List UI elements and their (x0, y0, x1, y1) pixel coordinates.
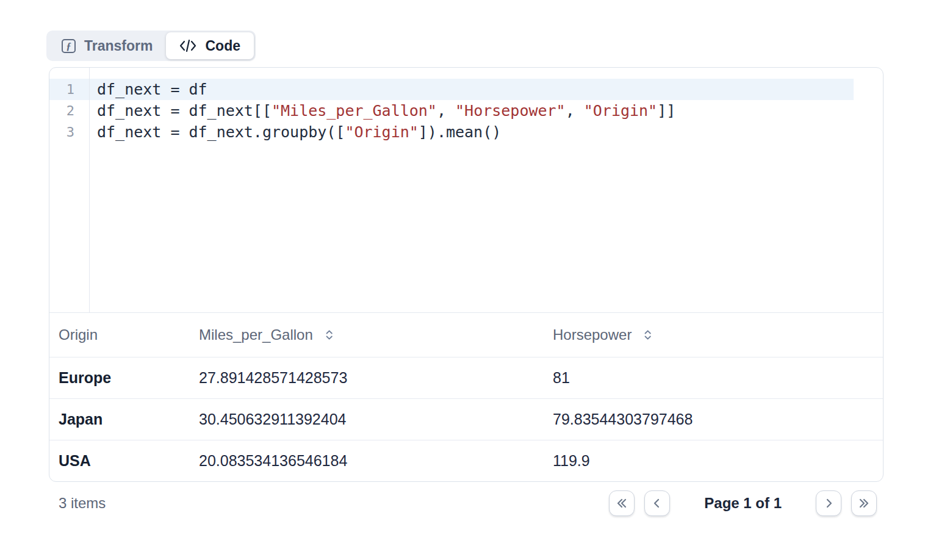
tab-transform-label: Transform (84, 38, 153, 54)
sort-icon[interactable] (644, 329, 656, 341)
row-index-cell: USA (49, 452, 190, 470)
line-number: 2 (49, 100, 89, 121)
line-number-gutter: 123 (49, 68, 90, 312)
items-count: 3 items (59, 495, 106, 512)
table-body: Europe27.89142857142857381Japan30.450632… (49, 357, 883, 481)
next-page-button[interactable] (816, 490, 841, 516)
table-row: Europe27.89142857142857381 (49, 357, 883, 398)
tab-code[interactable]: Code (166, 32, 254, 59)
view-switcher: ƒ Transform Code (46, 31, 256, 61)
prev-page-button[interactable] (644, 490, 670, 516)
pagination-left-buttons (609, 490, 670, 516)
tab-transform[interactable]: ƒ Transform (48, 32, 166, 59)
column-header-label: Origin (59, 326, 98, 343)
pagination: Page 1 of 1 (609, 490, 877, 516)
chevron-left-icon (650, 496, 664, 511)
function-icon: ƒ (62, 39, 76, 53)
table-row: USA20.083534136546184119.9 (49, 440, 883, 481)
table-header-row: OriginMiles_per_GallonHorsepower (49, 313, 883, 357)
table-footer: 3 items Page 1 of 1 (49, 490, 877, 517)
code-brackets-icon (179, 39, 196, 52)
column-header-miles_per_gallon[interactable]: Miles_per_Gallon (190, 326, 544, 343)
code-line[interactable]: df_next = df (97, 79, 883, 100)
column-header-horsepower[interactable]: Horsepower (544, 326, 883, 343)
row-index-cell: Europe (49, 369, 190, 387)
code-and-result-panel: 123 df_next = dfdf_next = df_next[["Mile… (49, 67, 884, 482)
row-index-cell: Japan (49, 411, 190, 428)
tab-code-label: Code (205, 38, 240, 54)
line-number: 1 (49, 79, 89, 100)
table-cell: 20.083534136546184 (190, 452, 544, 470)
code-line[interactable]: df_next = df_next.groupby(["Origin"]).me… (97, 121, 883, 143)
code-content[interactable]: df_next = dfdf_next = df_next[["Miles_pe… (90, 68, 883, 312)
table-cell: 79.83544303797468 (544, 411, 883, 428)
line-number: 3 (49, 121, 89, 143)
code-line[interactable]: df_next = df_next[["Miles_per_Gallon", "… (97, 100, 883, 121)
table-cell: 81 (544, 369, 883, 387)
table-row: Japan30.45063291139240479.83544303797468 (49, 398, 883, 440)
page-indicator: Page 1 of 1 (704, 495, 782, 512)
table-cell: 27.891428571428573 (190, 369, 544, 387)
sort-icon[interactable] (325, 329, 337, 341)
code-editor[interactable]: 123 df_next = dfdf_next = df_next[["Mile… (49, 68, 883, 313)
column-header-label: Miles_per_Gallon (199, 326, 313, 343)
last-page-button[interactable] (851, 490, 877, 516)
chevron-double-left-icon (614, 496, 629, 511)
first-page-button[interactable] (609, 490, 635, 516)
table-cell: 30.450632911392404 (190, 411, 544, 428)
chevron-right-icon (821, 496, 836, 511)
column-header-origin: Origin (49, 326, 190, 343)
chevron-double-right-icon (857, 496, 871, 511)
table-cell: 119.9 (544, 452, 883, 470)
pagination-right-buttons (816, 490, 877, 516)
column-header-label: Horsepower (553, 326, 632, 343)
